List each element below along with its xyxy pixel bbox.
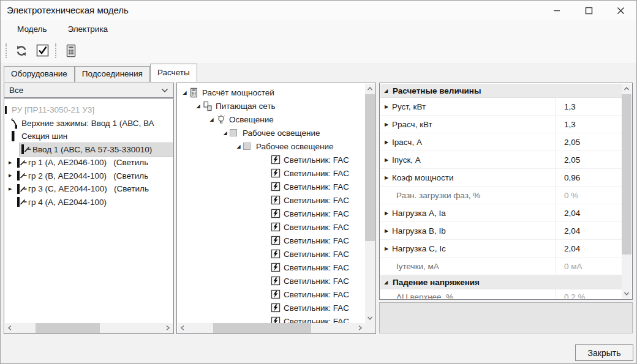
scroll-left-button[interactable] xyxy=(5,323,15,333)
toolbar-grip xyxy=(55,43,57,58)
property-row-rust[interactable]: ▶ Руст, кВт 1,3 xyxy=(380,98,622,116)
property-row-phase-diff[interactable]: Разн. загрузки фаз, % 0 % xyxy=(380,187,622,204)
row-expander-icon[interactable]: ▶ xyxy=(380,210,389,216)
horizontal-scrollbar[interactable] xyxy=(5,323,173,333)
tree-item-lamp[interactable]: Светильник: FAC xyxy=(178,193,365,207)
close-button[interactable] xyxy=(605,1,636,20)
lamp-icon xyxy=(271,289,284,299)
scroll-up-button[interactable] xyxy=(622,84,631,94)
filter-dropdown[interactable]: Все xyxy=(4,83,174,98)
tree-item-lamp[interactable]: Светильник: FAC xyxy=(178,153,365,166)
menu-electrics[interactable]: Электрика xyxy=(59,22,116,36)
property-row-ipusk[interactable]: ▶ Iпуск, А 2,05 xyxy=(380,151,622,169)
row-expander-icon[interactable]: ▶ xyxy=(380,228,389,234)
tree-item-lamp[interactable]: Светильник: FAC xyxy=(178,261,365,274)
tree-item-lamp[interactable]: Светильник: FAC xyxy=(178,207,365,220)
section-voltage-drop[interactable]: ◢ Падение напряжения xyxy=(380,275,622,289)
tree-item-upper-clamps[interactable]: Верхние зажимы: Ввод 1 (АВС, ВА xyxy=(5,117,173,130)
tree-item-lamp[interactable]: Светильник: FAC xyxy=(178,274,365,288)
tree-item-lamp[interactable]: Светильник: FAC xyxy=(178,220,365,234)
tree-item-lamp[interactable]: Светильник: FAC xyxy=(178,234,365,247)
scrollbar-thumb[interactable] xyxy=(36,323,100,333)
tree-item-lamp[interactable]: Светильник: FAC xyxy=(178,166,365,180)
tree-item-gr4[interactable]: гр 4 (А, АЕ2044-100) xyxy=(5,196,173,209)
tab-connections[interactable]: Подсоединения xyxy=(75,66,150,82)
breaker-icon xyxy=(17,157,28,168)
expanded-expander-icon[interactable]: ◢ xyxy=(194,103,203,109)
checkbox-icon xyxy=(36,44,49,57)
expanded-expander-icon[interactable]: ◢ xyxy=(234,144,243,149)
property-row-power-factor[interactable]: ▶ Коэф мощности 0,96 xyxy=(380,169,622,187)
collapsed-expander-icon[interactable]: ▶ xyxy=(9,173,17,178)
section-expander-icon[interactable]: ◢ xyxy=(380,88,393,94)
row-expander-icon[interactable]: ▶ xyxy=(380,139,389,145)
breaker-icon xyxy=(17,196,28,207)
calculate-button[interactable] xyxy=(62,42,80,59)
tree-item-gr2[interactable]: ▶ гр 2 (В, АЕ2044-100) (Светиль xyxy=(5,169,173,183)
tree-item-lamp[interactable]: Светильник: FAC xyxy=(178,180,365,193)
scroll-right-button[interactable] xyxy=(355,323,365,333)
tree-item-lamp[interactable]: Светильник: FAC xyxy=(178,247,365,261)
breaker-icon xyxy=(17,170,28,181)
group-square-icon xyxy=(243,143,256,150)
tree-item-gr3[interactable]: ▶ гр 3 (С, АЕ2044-100) (Светиль xyxy=(5,182,173,196)
tab-calculations[interactable]: Расчеты xyxy=(150,64,197,82)
chevron-right-icon xyxy=(358,325,363,331)
property-row-du-upper[interactable]: ΔU верхнее, % 0,2 % xyxy=(380,289,622,299)
vertical-scrollbar[interactable] xyxy=(622,84,631,299)
tree-item-vvod1[interactable]: Ввод 1 (АВС, ВА 57-35-330010) xyxy=(20,143,173,157)
property-row-prasch[interactable]: ▶ Ррасч, кВт 1,3 xyxy=(380,116,622,133)
tree-item-ru[interactable]: РУ [ПР11-3050-21 У3] xyxy=(5,103,173,117)
refresh-button[interactable] xyxy=(12,42,31,59)
tree-item-lamp[interactable]: Светильник: FAC xyxy=(178,314,365,323)
horizontal-scrollbar[interactable] xyxy=(178,323,365,333)
tree-item-lamp[interactable]: Светильник: FAC xyxy=(178,288,365,301)
tree-item-working-lighting-2[interactable]: ◢ Рабочее освещение xyxy=(178,139,365,153)
minimize-button[interactable] xyxy=(541,1,573,20)
tree-item-lamp[interactable]: Светильник: FAC xyxy=(178,301,365,314)
tree-item-gr1[interactable]: ▶ гр 1 (А, АЕ2046-100) (Светиль xyxy=(5,156,173,169)
tree-item-power-calc[interactable]: ◢ Расчёт мощностей xyxy=(178,86,365,99)
menu-model[interactable]: Модель xyxy=(9,22,55,36)
section-expander-icon[interactable]: ◢ xyxy=(380,280,393,285)
property-row-irasch[interactable]: ▶ Iрасч, А 2,05 xyxy=(380,133,622,151)
property-row-load-c[interactable]: ▶ Нагрузка С, Iс 2,04 xyxy=(380,240,622,258)
scroll-down-button[interactable] xyxy=(365,313,375,323)
expanded-expander-icon[interactable]: ◢ xyxy=(180,90,189,95)
row-expander-icon[interactable]: ▶ xyxy=(380,104,389,110)
check-model-button[interactable] xyxy=(33,42,51,59)
property-row-load-b[interactable]: ▶ Нагрузка В, Ib 2,04 xyxy=(380,222,622,240)
scroll-left-button[interactable] xyxy=(178,323,187,333)
row-expander-icon[interactable]: ▶ xyxy=(380,246,389,251)
row-expander-icon[interactable]: ▶ xyxy=(380,175,389,180)
lamp-icon xyxy=(271,195,284,205)
scroll-down-button[interactable] xyxy=(622,289,631,299)
row-expander-icon[interactable]: ▶ xyxy=(380,122,389,127)
tree-item-working-lighting-1[interactable]: ◢ Рабочее освещение xyxy=(178,126,365,139)
maximize-button[interactable] xyxy=(573,1,605,20)
section-calculated-values[interactable]: ◢ Расчетные величины xyxy=(380,84,622,98)
collapsed-expander-icon[interactable]: ▶ xyxy=(9,187,17,191)
scroll-up-button[interactable] xyxy=(365,84,375,94)
close-dialog-button[interactable]: Закрыть xyxy=(575,344,633,361)
expanded-expander-icon[interactable]: ◢ xyxy=(207,117,216,122)
scrollbar-thumb[interactable] xyxy=(213,323,311,333)
section-title: Расчетные величины xyxy=(393,86,481,95)
scroll-right-button[interactable] xyxy=(163,323,173,333)
network-icon xyxy=(203,101,216,111)
tab-equipment[interactable]: Оборудование xyxy=(4,66,75,82)
app-window: Электротехническая модель Модель Электри… xyxy=(0,0,637,364)
tree-item-lighting[interactable]: ◢ Освещение xyxy=(178,113,365,126)
tree-item-supply-network[interactable]: ◢ Питающая сеть xyxy=(178,99,365,113)
property-row-leakage[interactable]: Iутечки, мА 0 мА xyxy=(380,258,622,275)
scrollbar-thumb[interactable] xyxy=(622,94,631,254)
lamp-icon xyxy=(271,168,284,178)
minimize-icon xyxy=(553,7,560,14)
tree-item-bus-section[interactable]: Секция шин xyxy=(5,130,173,143)
vertical-scrollbar[interactable] xyxy=(365,84,375,323)
row-expander-icon[interactable]: ▶ xyxy=(380,157,389,163)
collapsed-expander-icon[interactable]: ▶ xyxy=(9,160,17,165)
scrollbar-thumb[interactable] xyxy=(365,94,375,241)
expanded-expander-icon[interactable]: ◢ xyxy=(221,130,230,136)
property-row-load-a[interactable]: ▶ Нагрузка А, Iа 2,04 xyxy=(380,204,622,222)
